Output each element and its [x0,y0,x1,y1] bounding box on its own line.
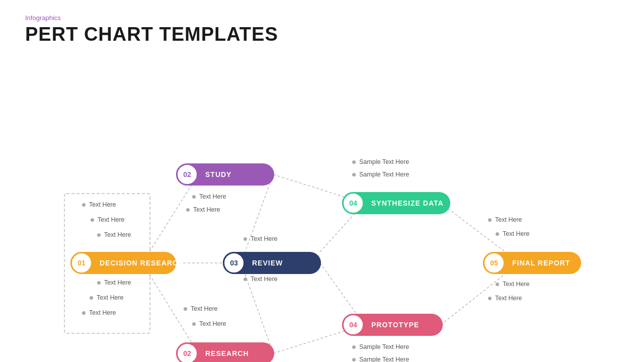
node-02research-label: RESEARCH [198,349,260,357]
bullet-review-2: Text Here [244,276,278,283]
node-research: 02 RESEARCH [176,342,274,362]
bullet-left-3: Text Here [97,231,131,238]
node-02study-label: STUDY [198,170,243,178]
svg-line-9 [441,203,505,252]
node-synthesize-data: 04 SYNTHESIZE DATA [342,192,450,214]
node-05-circle: 05 [483,252,505,274]
bullet-dot [91,218,94,222]
bullet-dot [192,322,196,326]
node-01-label: DECISION RESEARCH [93,259,195,267]
bullet-dot [192,195,196,199]
subtitle: Infographics [25,14,619,22]
bullet-left-1: Text Here [82,201,116,208]
bullet-dot [352,160,356,164]
bullet-study-2: Text Here [186,206,220,213]
bullet-left-4: Text Here [97,279,131,286]
header: Infographics PERT CHART TEMPLATES [0,0,644,50]
node-study: 02 STUDY [176,163,274,186]
bullet-final-3: Text Here [496,281,530,288]
connector-lines [0,65,644,362]
bullet-dot [97,233,101,237]
bullet-dot [488,297,492,300]
node-01-circle: 01 [70,252,93,274]
node-04synth-label: SYNTHESIZE DATA [364,199,455,207]
bullet-dot [82,311,86,315]
bullet-proto-2: Sample Text Here [352,356,409,362]
bullet-research-2: Text Here [192,320,226,327]
bullet-left-6: Text Here [82,309,116,316]
node-03-circle: 03 [223,252,245,274]
bullet-dot [186,208,190,212]
bullet-dot [496,232,499,236]
page-title: PERT CHART TEMPLATES [25,24,619,45]
bullet-synth-1: Sample Text Here [352,158,409,165]
bullet-final-4: Text Here [488,295,522,302]
bullet-dot [488,218,492,222]
node-03-label: REVIEW [245,259,294,267]
bullet-dot [352,358,356,361]
node-05-label: FINAL REPORT [505,259,581,267]
bullet-research-1: Text Here [184,305,218,312]
bullet-left-5: Text Here [90,294,124,301]
bullet-proto-1: Sample Text Here [352,343,409,350]
svg-line-7 [245,274,273,353]
chart-area: 01 DECISION RESEARCH 02 STUDY 03 REVIEW … [0,65,644,362]
bullet-dot [352,173,356,176]
bullet-dot [90,296,93,300]
node-prototype: 04 PROTOTYPE [342,314,443,336]
node-04proto-label: PROTOTYPE [364,321,430,329]
bullet-dot [184,307,187,311]
bullet-final-1: Text Here [488,216,522,223]
bullet-left-2: Text Here [91,216,125,223]
bullet-synth-2: Sample Text Here [352,171,409,178]
node-review: 03 REVIEW [223,252,321,274]
node-02study-circle: 02 [176,163,198,186]
node-final-report: 05 FINAL REPORT [483,252,581,274]
bullet-final-2: Text Here [496,230,530,237]
bullet-dot [244,237,247,241]
node-decision-research: 01 DECISION RESEARCH [70,252,176,274]
bullet-dot [82,203,86,207]
bullet-dot [97,281,101,285]
node-02research-circle: 02 [176,342,198,362]
bullet-study-1: Text Here [192,193,226,200]
node-04proto-circle: 04 [342,314,364,336]
bullet-dot [352,345,356,349]
bullet-dot [244,278,247,281]
bullet-review-1: Text Here [244,235,278,242]
bullet-dot [496,283,499,286]
node-04synth-circle: 04 [342,192,364,214]
svg-line-0 [142,174,198,263]
